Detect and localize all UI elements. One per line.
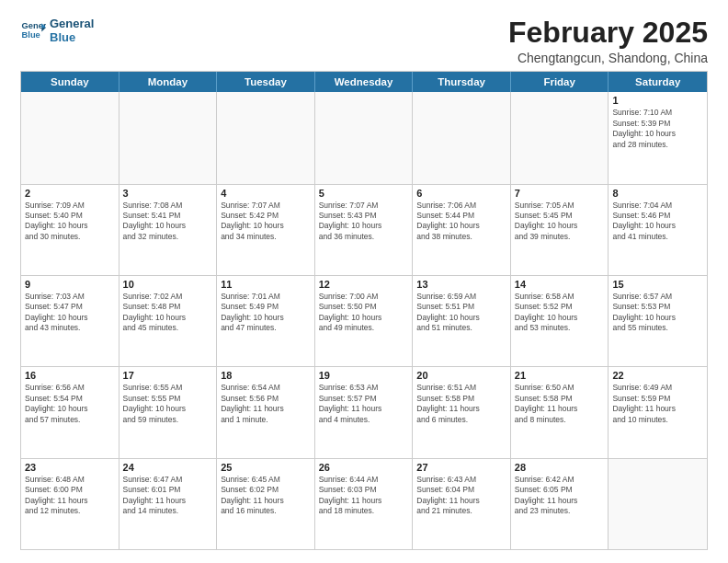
calendar-cell: 6Sunrise: 7:06 AM Sunset: 5:44 PM Daylig… bbox=[413, 185, 511, 275]
svg-text:Blue: Blue bbox=[22, 30, 40, 40]
header-day-wednesday: Wednesday bbox=[315, 72, 414, 92]
calendar-title: February 2025 bbox=[508, 17, 708, 49]
day-info: Sunrise: 7:07 AM Sunset: 5:43 PM Dayligh… bbox=[319, 201, 409, 243]
calendar-cell: 18Sunrise: 6:54 AM Sunset: 5:56 PM Dayli… bbox=[217, 367, 315, 457]
day-number: 1 bbox=[612, 95, 703, 106]
day-number: 22 bbox=[612, 370, 703, 381]
day-number: 11 bbox=[221, 279, 311, 290]
calendar-cell: 7Sunrise: 7:05 AM Sunset: 5:45 PM Daylig… bbox=[511, 185, 609, 275]
day-info: Sunrise: 7:00 AM Sunset: 5:50 PM Dayligh… bbox=[319, 292, 409, 334]
calendar-cell: 8Sunrise: 7:04 AM Sunset: 5:46 PM Daylig… bbox=[609, 185, 707, 275]
calendar-cell bbox=[315, 92, 414, 183]
day-info: Sunrise: 7:03 AM Sunset: 5:47 PM Dayligh… bbox=[25, 292, 115, 334]
day-info: Sunrise: 7:02 AM Sunset: 5:48 PM Dayligh… bbox=[123, 292, 213, 334]
calendar-cell: 16Sunrise: 6:56 AM Sunset: 5:54 PM Dayli… bbox=[21, 367, 119, 457]
calendar-cell: 5Sunrise: 7:07 AM Sunset: 5:43 PM Daylig… bbox=[315, 185, 414, 275]
calendar-cell: 19Sunrise: 6:53 AM Sunset: 5:57 PM Dayli… bbox=[315, 367, 414, 457]
calendar-cell bbox=[609, 459, 707, 549]
day-number: 6 bbox=[416, 188, 506, 199]
logo: General Blue General Blue bbox=[20, 17, 94, 44]
calendar-cell: 22Sunrise: 6:49 AM Sunset: 5:59 PM Dayli… bbox=[609, 367, 707, 457]
day-number: 20 bbox=[416, 370, 506, 381]
day-number: 18 bbox=[221, 370, 311, 381]
day-info: Sunrise: 6:44 AM Sunset: 6:03 PM Dayligh… bbox=[319, 475, 409, 517]
header-day-thursday: Thursday bbox=[413, 72, 511, 92]
calendar-cell: 24Sunrise: 6:47 AM Sunset: 6:01 PM Dayli… bbox=[119, 459, 218, 549]
calendar-cell: 14Sunrise: 6:58 AM Sunset: 5:52 PM Dayli… bbox=[511, 276, 609, 366]
title-block: February 2025 Chengtangcun, Shandong, Ch… bbox=[508, 17, 708, 65]
day-number: 26 bbox=[319, 462, 409, 473]
calendar-row-3: 16Sunrise: 6:56 AM Sunset: 5:54 PM Dayli… bbox=[21, 366, 707, 457]
calendar-cell: 4Sunrise: 7:07 AM Sunset: 5:42 PM Daylig… bbox=[217, 185, 315, 275]
logo-icon: General Blue bbox=[20, 17, 46, 43]
day-number: 27 bbox=[416, 462, 506, 473]
day-number: 15 bbox=[612, 279, 703, 290]
day-number: 21 bbox=[515, 370, 605, 381]
calendar-cell: 10Sunrise: 7:02 AM Sunset: 5:48 PM Dayli… bbox=[119, 276, 218, 366]
calendar-subtitle: Chengtangcun, Shandong, China bbox=[508, 51, 708, 65]
header-day-tuesday: Tuesday bbox=[217, 72, 315, 92]
page-header: General Blue General Blue February 2025 … bbox=[20, 17, 708, 65]
day-number: 2 bbox=[25, 188, 115, 199]
day-info: Sunrise: 6:57 AM Sunset: 5:53 PM Dayligh… bbox=[612, 292, 703, 334]
day-number: 28 bbox=[515, 462, 605, 473]
header-day-friday: Friday bbox=[511, 72, 609, 92]
day-info: Sunrise: 6:53 AM Sunset: 5:57 PM Dayligh… bbox=[319, 383, 409, 425]
day-info: Sunrise: 7:09 AM Sunset: 5:40 PM Dayligh… bbox=[25, 201, 115, 243]
calendar-cell: 13Sunrise: 6:59 AM Sunset: 5:51 PM Dayli… bbox=[413, 276, 511, 366]
calendar-body: 1Sunrise: 7:10 AM Sunset: 5:39 PM Daylig… bbox=[21, 92, 707, 549]
calendar-cell bbox=[413, 92, 511, 183]
calendar-cell: 3Sunrise: 7:08 AM Sunset: 5:41 PM Daylig… bbox=[119, 185, 218, 275]
header-day-monday: Monday bbox=[119, 72, 218, 92]
header-day-sunday: Sunday bbox=[21, 72, 119, 92]
calendar-cell: 25Sunrise: 6:45 AM Sunset: 6:02 PM Dayli… bbox=[217, 459, 315, 549]
day-number: 25 bbox=[221, 462, 311, 473]
day-info: Sunrise: 6:48 AM Sunset: 6:00 PM Dayligh… bbox=[25, 475, 115, 517]
day-info: Sunrise: 6:58 AM Sunset: 5:52 PM Dayligh… bbox=[515, 292, 605, 334]
calendar-row-2: 9Sunrise: 7:03 AM Sunset: 5:47 PM Daylig… bbox=[21, 275, 707, 366]
day-number: 13 bbox=[416, 279, 506, 290]
day-info: Sunrise: 7:05 AM Sunset: 5:45 PM Dayligh… bbox=[515, 201, 605, 243]
calendar-cell: 23Sunrise: 6:48 AM Sunset: 6:00 PM Dayli… bbox=[21, 459, 119, 549]
day-info: Sunrise: 6:49 AM Sunset: 5:59 PM Dayligh… bbox=[612, 383, 703, 425]
day-number: 24 bbox=[123, 462, 213, 473]
day-number: 7 bbox=[515, 188, 605, 199]
day-info: Sunrise: 7:04 AM Sunset: 5:46 PM Dayligh… bbox=[612, 201, 703, 243]
day-number: 10 bbox=[123, 279, 213, 290]
calendar-cell: 1Sunrise: 7:10 AM Sunset: 5:39 PM Daylig… bbox=[609, 92, 707, 183]
calendar-cell: 20Sunrise: 6:51 AM Sunset: 5:58 PM Dayli… bbox=[413, 367, 511, 457]
calendar-cell: 12Sunrise: 7:00 AM Sunset: 5:50 PM Dayli… bbox=[315, 276, 414, 366]
day-number: 19 bbox=[319, 370, 409, 381]
calendar-cell: 9Sunrise: 7:03 AM Sunset: 5:47 PM Daylig… bbox=[21, 276, 119, 366]
day-number: 8 bbox=[612, 188, 703, 199]
day-number: 3 bbox=[123, 188, 213, 199]
calendar-cell: 21Sunrise: 6:50 AM Sunset: 5:58 PM Dayli… bbox=[511, 367, 609, 457]
calendar-cell: 15Sunrise: 6:57 AM Sunset: 5:53 PM Dayli… bbox=[609, 276, 707, 366]
calendar-cell: 26Sunrise: 6:44 AM Sunset: 6:03 PM Dayli… bbox=[315, 459, 414, 549]
day-info: Sunrise: 6:54 AM Sunset: 5:56 PM Dayligh… bbox=[221, 383, 311, 425]
calendar-row-1: 2Sunrise: 7:09 AM Sunset: 5:40 PM Daylig… bbox=[21, 184, 707, 275]
day-number: 5 bbox=[319, 188, 409, 199]
day-info: Sunrise: 6:42 AM Sunset: 6:05 PM Dayligh… bbox=[515, 475, 605, 517]
day-info: Sunrise: 6:56 AM Sunset: 5:54 PM Dayligh… bbox=[25, 383, 115, 425]
day-info: Sunrise: 6:45 AM Sunset: 6:02 PM Dayligh… bbox=[221, 475, 311, 517]
calendar-cell: 17Sunrise: 6:55 AM Sunset: 5:55 PM Dayli… bbox=[119, 367, 218, 457]
day-number: 17 bbox=[123, 370, 213, 381]
day-info: Sunrise: 7:10 AM Sunset: 5:39 PM Dayligh… bbox=[612, 108, 703, 150]
day-number: 9 bbox=[25, 279, 115, 290]
calendar-cell bbox=[119, 92, 218, 183]
day-info: Sunrise: 6:51 AM Sunset: 5:58 PM Dayligh… bbox=[416, 383, 506, 425]
day-info: Sunrise: 6:55 AM Sunset: 5:55 PM Dayligh… bbox=[123, 383, 213, 425]
day-number: 4 bbox=[221, 188, 311, 199]
day-info: Sunrise: 7:07 AM Sunset: 5:42 PM Dayligh… bbox=[221, 201, 311, 243]
logo-text-line1: General bbox=[50, 17, 94, 30]
calendar-cell: 11Sunrise: 7:01 AM Sunset: 5:49 PM Dayli… bbox=[217, 276, 315, 366]
day-info: Sunrise: 7:06 AM Sunset: 5:44 PM Dayligh… bbox=[416, 201, 506, 243]
day-info: Sunrise: 6:47 AM Sunset: 6:01 PM Dayligh… bbox=[123, 475, 213, 517]
day-number: 14 bbox=[515, 279, 605, 290]
calendar-cell bbox=[217, 92, 315, 183]
calendar-cell: 2Sunrise: 7:09 AM Sunset: 5:40 PM Daylig… bbox=[21, 185, 119, 275]
day-info: Sunrise: 6:59 AM Sunset: 5:51 PM Dayligh… bbox=[416, 292, 506, 334]
day-info: Sunrise: 6:43 AM Sunset: 6:04 PM Dayligh… bbox=[416, 475, 506, 517]
day-info: Sunrise: 7:08 AM Sunset: 5:41 PM Dayligh… bbox=[123, 201, 213, 243]
